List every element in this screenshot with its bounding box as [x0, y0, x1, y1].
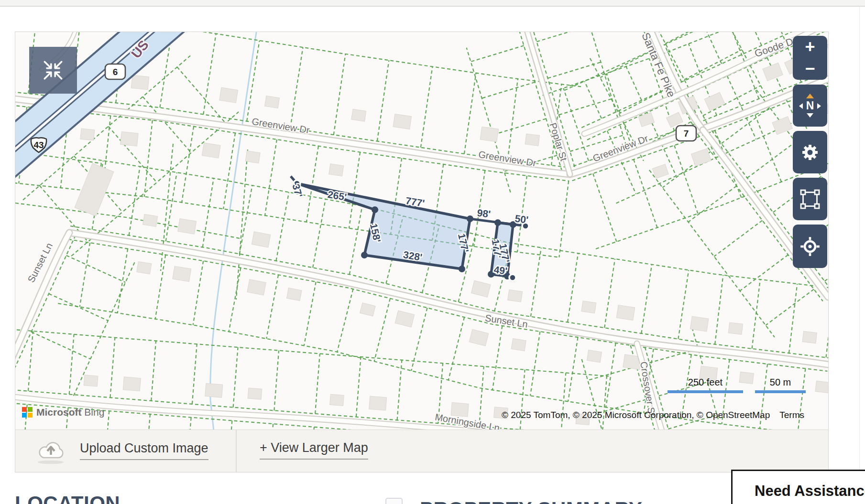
map-actions-bar: Upload Custom Image + View Larger Map	[15, 429, 828, 472]
terms-link[interactable]: Terms	[779, 410, 804, 420]
map-attribution: © 2025 TomTom, © 2025 Microsoft Corporat…	[502, 410, 804, 420]
compass-letter: N	[806, 99, 814, 112]
location-section-title: LOCATION	[15, 492, 120, 504]
rotate-left-icon	[799, 103, 803, 109]
rotate-right-icon	[817, 103, 821, 109]
locate-button[interactable]	[793, 225, 827, 268]
view-larger-map-link[interactable]: + View Larger Map	[260, 440, 368, 460]
page-right-gutter	[859, 7, 860, 504]
compass-north-icon	[806, 94, 814, 98]
street-label: Crossover St	[638, 361, 657, 417]
bing-logo-text: Microsoft Bing	[36, 407, 104, 418]
parcel-measurement-label: 49'	[493, 264, 508, 276]
parcel-map[interactable]: Greenview DrGreenview DrGreenview DrPopl…	[15, 32, 828, 429]
zoom-out-button[interactable]: −	[793, 58, 827, 80]
scale-feet-label: 250 feet	[688, 377, 723, 388]
need-assistance-widget[interactable]: Need Assistance?	[731, 470, 865, 504]
map-viewport[interactable]: Greenview DrGreenview DrGreenview DrPopl…	[15, 32, 828, 429]
scale-bar-feet: 250 feet	[668, 377, 743, 393]
selection-area-icon	[799, 188, 821, 210]
tilt-down-icon	[807, 113, 813, 118]
parcel-measurement-label: 265'	[327, 189, 348, 203]
crosshair-icon	[799, 235, 821, 258]
actions-divider	[236, 430, 237, 472]
route-shield: 7	[676, 126, 696, 141]
bing-logo: Microsoft Bing	[22, 407, 104, 418]
cloud-upload-icon	[37, 437, 66, 464]
parcel-measurement-label: 50'	[514, 213, 529, 225]
scale-bar-metric: 50 m	[755, 377, 806, 393]
need-assistance-label: Need Assistance?	[755, 483, 865, 500]
svg-text:7: 7	[684, 129, 689, 139]
collapse-map-button[interactable]	[29, 47, 77, 94]
selection-tool-button[interactable]	[793, 178, 827, 220]
upload-custom-image-label: Upload Custom Image	[80, 441, 208, 460]
scale-metric-label: 50 m	[770, 377, 791, 388]
view-larger-map-label: + View Larger Map	[260, 440, 368, 460]
svg-text:6: 6	[113, 67, 118, 77]
zoom-panel: + −	[793, 36, 827, 80]
route-shield: 6	[105, 64, 125, 79]
map-card: Greenview DrGreenview DrGreenview DrPopl…	[15, 32, 829, 472]
microsoft-logo-icon	[22, 407, 33, 418]
property-summary-section-title: PROPERTY SUMMARY	[420, 498, 642, 504]
upload-custom-image-button[interactable]: Upload Custom Image	[37, 437, 208, 464]
map-settings-button[interactable]	[793, 131, 827, 173]
summary-icon-box	[385, 498, 403, 504]
collapse-icon	[42, 59, 65, 82]
scale-metric-bar	[755, 390, 806, 393]
copyright-text: © 2025 TomTom, © 2025 Microsoft Corporat…	[502, 410, 770, 420]
street-label: Poplar St	[547, 121, 569, 162]
parcel-measurement-label: 98'	[476, 207, 491, 219]
zoom-in-button[interactable]: +	[793, 36, 827, 58]
svg-text:43: 43	[33, 140, 44, 150]
gear-icon	[799, 141, 821, 163]
scale-feet-bar	[668, 390, 743, 393]
compass-control[interactable]: N	[793, 85, 827, 127]
top-strip	[0, 0, 865, 7]
